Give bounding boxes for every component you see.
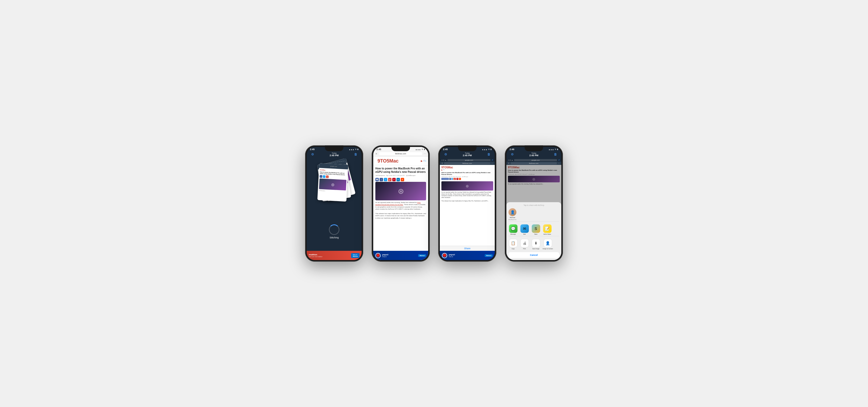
share-action-save[interactable]: ⬇ Save Image [531,239,540,250]
pi-btn-3[interactable]: P [457,178,458,180]
share-fb[interactable]: f [380,178,383,181]
gpu-icon-4: ⊛ [532,177,535,181]
header-bar-3: ⚙ Today 2:45 PM 🗑 [440,151,495,158]
share-app-slack[interactable]: S Slack [531,224,540,235]
tab-more-4[interactable]: ⋯ [558,162,560,165]
wifi-icon-3: ⊜ [488,148,490,150]
signal-icon-2: ▲▲▲ [415,148,421,150]
battery-icon-2: ▮ [424,148,425,150]
rd-btn-3[interactable]: R [459,178,461,180]
share-gp[interactable]: g+ [388,178,392,181]
trash-icon-3[interactable]: 🗑 [486,152,492,157]
phone-stitching: 2:45 ▲▲▲ ⊜ ▮ ⚙ Today 2:45 PM 🗑 [305,145,363,262]
gpu-icon-3: ⊛ [466,184,469,188]
save-image-icon: ⬇ [532,239,540,248]
fb-btn-3[interactable]: f [449,178,451,180]
walmart-badge-3: Walmart [485,254,493,257]
airdrop-row: 👤 Michael MacBook Pro [508,207,559,222]
mini-article-img-3: ⊛ [441,181,493,191]
message-icon: 💬 [509,224,518,233]
tab-close-3[interactable]: ✕ [441,162,443,165]
slack-label: Slack [534,233,537,235]
print-label: Print [523,248,526,250]
trash-icon-1[interactable]: 🗑 [353,152,359,157]
gpu-fan-icon: ⊛ [398,187,404,196]
mini-browser-bar-3: 2:44 ▲ google.com ↺ [440,158,495,162]
browser-url[interactable]: 9to5mac.com [379,152,422,155]
yt-icon-3: ▶ [441,169,443,171]
notes-label: Add to Notes [544,233,551,235]
reload-icon-4[interactable]: ↺ [558,159,560,161]
share-action-contact[interactable]: 👤 Assign to Contact [542,239,553,250]
share-button[interactable]: Share [440,246,495,251]
stitching-screen: google.com 9To5Mac How to power the MacB… [307,158,362,251]
share-comments[interactable]: 💬 [375,178,379,181]
mini-tab-url-4[interactable]: 9to5mac.com [510,162,557,165]
header-title-4: Today [529,152,538,154]
signal-icon-1: ▲▲▲ [349,148,354,150]
share-action-print[interactable]: 🖨 Print [520,239,529,250]
trash-icon-4[interactable]: 🗑 [553,152,558,157]
pepsi-logo [375,253,381,258]
battery-icon-4: ▮ [557,148,558,150]
gear-icon-3[interactable]: ⚙ [443,152,448,157]
article-link[interactable]: long-awaited Pascal beta drivers for the… [375,202,421,205]
ad-banner-3: pepsi! Only at Walmart [440,251,495,260]
tab-more-3[interactable]: ⋯ [491,162,493,165]
share-li[interactable]: in [397,178,400,181]
browser-close-btn[interactable]: ✕ [375,152,377,155]
notes-icon: 📝 [543,224,552,233]
share-pi[interactable]: P [392,178,396,181]
wifi-icon-1: ⊜ [355,148,356,150]
cancel-button[interactable]: Cancel [508,252,559,258]
share-rd[interactable]: R [401,178,404,181]
mini-tab-url-3[interactable]: 9to5mac.com [444,162,490,165]
share-app-notes[interactable]: 📝 Add to Notes [542,224,552,235]
contact-icon: 👤 [544,239,552,248]
airdrop-person[interactable]: 👤 Michael MacBook Pro [508,208,517,221]
tw-share: t [323,175,326,178]
save-label: Save Image [532,248,539,250]
youtube-icon: ▶ [421,159,423,162]
article-site-name: 9TO5Mac [375,157,401,165]
ad-banner-1: tradition Start your new tradition Only … [307,251,362,260]
gp-share: g [326,175,329,178]
article-screen: 9TO5Mac ▶ f t How to power the MacBook P… [373,156,428,251]
tab-close-4[interactable]: ✕ [508,162,509,165]
mini-article-img-4: ⊛ [508,176,560,182]
status-bar-2: 2:45 ▲▲▲ ⊜ ▮ [373,147,428,151]
reload-icon-3[interactable]: ↺ [492,159,493,161]
share-app-mail[interactable]: ✉ Mail [520,224,529,235]
phone-share-sheet: 2:46 ▲▲▲ ⊜ ▮ ⚙ Today 2:45 PM 🗑 2:44 [505,145,563,262]
slack-icon: S [532,224,540,233]
header-subtitle-1: 2:45 PM [330,154,339,157]
twitter-icon: t [425,159,426,162]
comments-btn-3[interactable]: Comments [441,178,449,180]
wifi-icon-4: ⊜ [555,148,556,150]
phone-share: 2:45 ▲▲▲ ⊜ ▮ ⚙ Today 2:45 PM 🗑 2:44 ▲ [438,145,496,262]
mini-url-3[interactable]: google.com [447,159,491,161]
mini-tab-bar-4: ✕ 9to5mac.com ⋯ [506,162,561,165]
stitching-cards: google.com 9To5Mac How to power the MacB… [317,161,351,209]
gear-icon-1[interactable]: ⚙ [310,152,315,157]
gp-btn-3[interactable]: g+ [453,178,456,180]
share-app-message[interactable]: 💬 Message [508,224,518,235]
status-time-2: 2:45 [376,148,381,151]
mail-label: Mail [523,233,526,235]
tw-btn-3[interactable]: t [452,178,453,180]
ad-banner-2: pepsi! Only at Walmart [373,251,428,260]
walmart-badge-2: Walmart [418,254,426,257]
airdrop-device: MacBook Pro [508,219,517,221]
mini-url-4[interactable]: google.com [514,159,557,161]
print-icon: 🖨 [520,239,529,248]
card-image-front: ⊛ [319,178,347,190]
gear-icon-4[interactable]: ⚙ [509,152,515,157]
airdrop-label: Tap to share with AirDrop [508,204,559,206]
browser-menu-btn[interactable]: ⋯ [424,152,426,155]
share-tw[interactable]: t [384,178,387,181]
signal-icon-3: ▲▲▲ [482,148,487,150]
scene: 2:45 ▲▲▲ ⊜ ▮ ⚙ Today 2:45 PM 🗑 [294,135,574,272]
share-action-copy[interactable]: 📋 Copy [508,239,518,250]
share-actions-row: 📋 Copy 🖨 Print ⬇ Save Image 👤 [508,238,559,251]
header-bar-1: ⚙ Today 2:45 PM 🗑 [307,151,362,158]
